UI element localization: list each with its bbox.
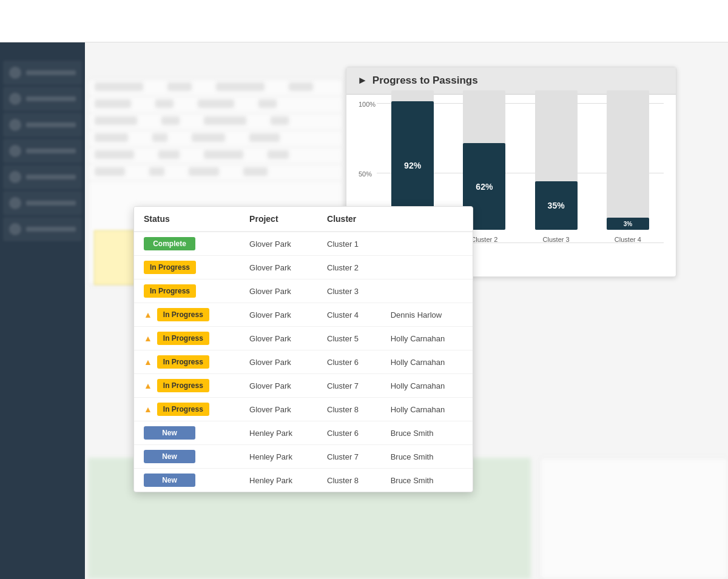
bar-xlabel-3: Cluster 3 (543, 236, 570, 243)
td-project: Glover Park (240, 374, 317, 398)
td-cluster: Cluster 7 (317, 445, 381, 469)
grid-label-50: 50% (359, 170, 372, 178)
table-row[interactable]: Complete Glover Park Cluster 1 (134, 232, 473, 256)
status-badge-inprogress: In Progress (157, 355, 209, 369)
td-project: Glover Park (240, 398, 317, 421)
status-badge-inprogress: In Progress (157, 332, 209, 345)
td-status: New (134, 469, 240, 492)
bar-xlabel-2: Cluster 2 (471, 236, 497, 243)
bar-label-3: 35% (548, 201, 565, 210)
table-row[interactable]: ▲ In Progress Glover Park Cluster 8 Holl… (134, 398, 473, 421)
bar-fill-4: 3% (607, 218, 649, 230)
td-person: Bruce Smith (381, 421, 473, 445)
table-row[interactable]: New Henley Park Cluster 7 Bruce Smith (134, 445, 473, 469)
bar-cluster-4: 3% Cluster 4 (592, 90, 664, 243)
col-project: Project (240, 207, 317, 232)
bg-sidebar-items (3, 61, 82, 243)
warning-icon: ▲ (144, 381, 152, 390)
td-cluster: Cluster 2 (317, 256, 381, 279)
td-project: Henley Park (240, 445, 317, 469)
td-project: Henley Park (240, 469, 317, 492)
td-cluster: Cluster 6 (317, 421, 381, 445)
td-person: Holly Carnahan (381, 327, 473, 350)
td-status: New (134, 421, 240, 445)
td-status: ▲ In Progress (134, 398, 240, 421)
status-badge-inprogress: In Progress (157, 379, 209, 392)
td-status: New (134, 445, 240, 469)
col-status: Status (134, 207, 240, 232)
bar-cluster-3: 35% Cluster 3 (521, 90, 592, 243)
td-cluster: Cluster 4 (317, 303, 381, 327)
td-person: Holly Carnahan (381, 398, 473, 421)
td-cluster: Cluster 8 (317, 398, 381, 421)
bar-xlabel-4: Cluster 4 (615, 236, 641, 243)
status-table: Status Project Cluster Complete Glover P… (134, 207, 473, 492)
td-cluster: Cluster 8 (317, 469, 381, 492)
td-status: Complete (134, 232, 240, 256)
status-badge-complete: Complete (144, 237, 195, 250)
status-badge-inprogress: In Progress (157, 308, 209, 321)
td-status: ▲ In Progress (134, 350, 240, 374)
table-header-row: Status Project Cluster (134, 207, 473, 232)
td-cluster: Cluster 6 (317, 350, 381, 374)
td-status: In Progress (134, 279, 240, 303)
td-project: Glover Park (240, 256, 317, 279)
td-person: Bruce Smith (381, 445, 473, 469)
bar-fill-3: 35% (535, 181, 578, 230)
status-badge-inprogress: In Progress (157, 403, 209, 416)
bar-wrapper-4: 3% (607, 90, 649, 230)
warning-icon: ▲ (144, 310, 152, 320)
warning-icon: ▲ (144, 357, 152, 367)
bg-bottom-chart (540, 458, 728, 579)
grid-label-100: 100% (359, 101, 376, 108)
chart-title: Progress to Passings (372, 75, 478, 87)
warning-icon: ▲ (144, 404, 152, 414)
chart-arrow-icon: ► (357, 75, 368, 87)
td-person: Holly Carnahan (381, 374, 473, 398)
status-badge-new: New (144, 450, 195, 463)
table-row[interactable]: ▲ In Progress Glover Park Cluster 6 Holl… (134, 350, 473, 374)
td-project: Glover Park (240, 232, 317, 256)
table-row[interactable]: New Henley Park Cluster 8 Bruce Smith (134, 469, 473, 492)
table-row[interactable]: ▲ In Progress Glover Park Cluster 5 Holl… (134, 327, 473, 350)
col-person (381, 207, 473, 232)
table-row[interactable]: New Henley Park Cluster 6 Bruce Smith (134, 421, 473, 445)
td-person (381, 232, 473, 256)
table-row[interactable]: In Progress Glover Park Cluster 2 (134, 256, 473, 279)
td-person: Bruce Smith (381, 469, 473, 492)
td-person: Dennis Harlow (381, 303, 473, 327)
bg-sticky-note (94, 230, 136, 285)
bar-label-2: 62% (476, 182, 493, 192)
td-person (381, 256, 473, 279)
table-row[interactable]: ▲ In Progress Glover Park Cluster 7 Holl… (134, 374, 473, 398)
status-badge-new: New (144, 426, 195, 440)
td-status: ▲ In Progress (134, 303, 240, 327)
td-person: Holly Carnahan (381, 350, 473, 374)
status-badge-new: New (144, 474, 195, 487)
td-status: In Progress (134, 256, 240, 279)
table-row[interactable]: In Progress Glover Park Cluster 3 (134, 279, 473, 303)
td-cluster: Cluster 5 (317, 327, 381, 350)
bar-label-1: 92% (404, 161, 421, 170)
status-table-card: Status Project Cluster Complete Glover P… (133, 206, 473, 492)
td-cluster: Cluster 1 (317, 232, 381, 256)
td-status: ▲ In Progress (134, 374, 240, 398)
warning-icon: ▲ (144, 333, 152, 343)
td-project: Henley Park (240, 421, 317, 445)
bar-bg-4 (607, 90, 649, 230)
bg-topbar (0, 0, 728, 42)
bar-label-4: 3% (624, 221, 632, 227)
td-cluster: Cluster 3 (317, 279, 381, 303)
td-person (381, 279, 473, 303)
td-project: Glover Park (240, 327, 317, 350)
status-badge-inprogress: In Progress (144, 261, 196, 274)
td-project: Glover Park (240, 350, 317, 374)
td-cluster: Cluster 7 (317, 374, 381, 398)
col-cluster: Cluster (317, 207, 381, 232)
td-project: Glover Park (240, 303, 317, 327)
bar-wrapper-3: 35% (535, 90, 578, 230)
td-status: ▲ In Progress (134, 327, 240, 350)
status-badge-inprogress: In Progress (144, 284, 196, 298)
td-project: Glover Park (240, 279, 317, 303)
table-row[interactable]: ▲ In Progress Glover Park Cluster 4 Denn… (134, 303, 473, 327)
